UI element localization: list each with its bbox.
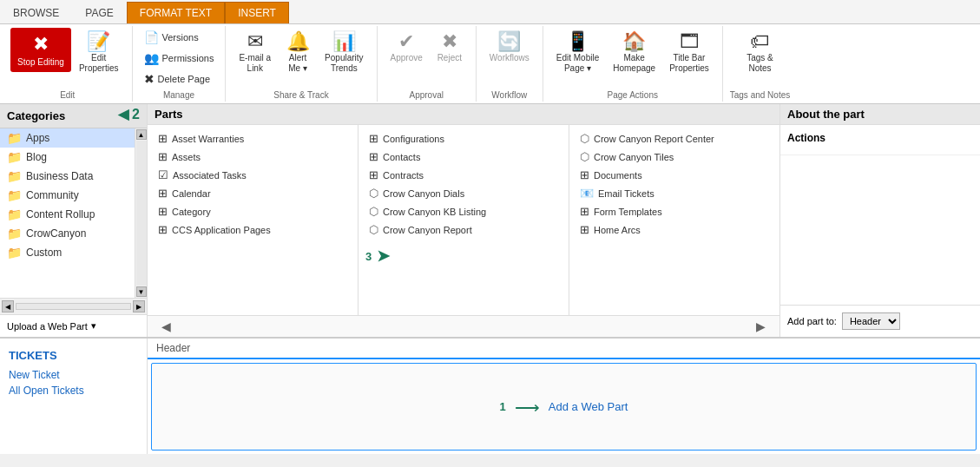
part-associated-tasks[interactable]: ☑ Associated Tasks (155, 167, 351, 183)
part-crow-canyon-dials[interactable]: ⬡ Crow Canyon Dials (365, 185, 562, 201)
add-part-to-select[interactable]: Header Main Footer Left Right (842, 312, 900, 330)
add-part-to-label: Add part to: (787, 316, 837, 326)
title-bar-properties-button[interactable]: 🗔 Title Bar Properties (663, 28, 715, 78)
title-bar-properties-icon: 🗔 (680, 32, 699, 51)
sidebar-item-blog[interactable]: 📁 Blog (0, 148, 135, 167)
business-data-folder-icon: 📁 (7, 169, 22, 183)
crow-canyon-dials-icon: ⬡ (369, 187, 378, 200)
workflows-button[interactable]: 🔄 Workflows (483, 28, 536, 68)
scroll-right-button[interactable]: ▶ (133, 300, 145, 312)
edit-mobile-page-button[interactable]: 📱 Edit Mobile Page ▾ (550, 28, 605, 78)
part-label: Contacts (383, 152, 420, 162)
email-link-label: E-mail a Link (239, 53, 271, 74)
tab-browse[interactable]: BROWSE (0, 2, 72, 23)
part-category[interactable]: ⊞ Category (155, 203, 351, 220)
form-templates-icon: ⊞ (580, 205, 589, 218)
part-documents[interactable]: ⊞ Documents (576, 167, 773, 183)
sidebar-item-crow-canyon[interactable]: 📁 CrowCanyon (0, 224, 135, 243)
email-link-icon: ✉ (247, 32, 263, 51)
part-label: Form Templates (594, 207, 662, 217)
tab-page[interactable]: PAGE (72, 2, 126, 23)
about-panel: About the part Actions Add part to: Head… (780, 104, 980, 337)
alert-me-label: Alert Me ▾ (288, 53, 307, 74)
part-crow-canyon-report[interactable]: ⬡ Crow Canyon Report (365, 221, 562, 238)
parts-column-2: ⊞ Configurations ⊞ Contacts ⊞ Contracts … (358, 125, 569, 315)
popularity-trends-button[interactable]: 📊 Popularity Trends (319, 28, 369, 78)
workflows-icon: 🔄 (497, 32, 521, 51)
parts-column-3: ⬡ Crow Canyon Report Center ⬡ Crow Canyo… (569, 125, 779, 315)
alert-me-button[interactable]: 🔔 Alert Me ▾ (279, 28, 317, 78)
part-contacts[interactable]: ⊞ Contacts (365, 148, 562, 165)
workflows-label: Workflows (490, 53, 529, 63)
make-homepage-icon: 🏠 (622, 32, 646, 51)
approve-button[interactable]: ✔ Approve (385, 28, 429, 68)
email-link-button[interactable]: ✉ E-mail a Link (233, 28, 277, 78)
make-homepage-button[interactable]: 🏠 Make Homepage (607, 28, 661, 78)
contacts-icon: ⊞ (369, 150, 378, 163)
part-label: Crow Canyon Report (383, 225, 472, 235)
tab-insert[interactable]: INSERT (225, 2, 289, 23)
crow-canyon-tiles-icon: ⬡ (580, 150, 589, 163)
upload-web-part-button[interactable]: Upload a Web Part ▾ (0, 314, 147, 337)
scroll-down-button[interactable]: ▼ (136, 286, 147, 297)
reject-label: Reject (437, 53, 462, 63)
part-calendar[interactable]: ⊞ Calendar (155, 185, 351, 201)
permissions-button[interactable]: 👥 Permissions (140, 49, 219, 68)
blog-folder-icon: 📁 (7, 150, 22, 164)
new-ticket-link[interactable]: New Ticket (9, 367, 138, 383)
versions-button[interactable]: 📄 Versions (140, 28, 219, 47)
part-label: Crow Canyon KB Listing (383, 207, 486, 217)
part-label: Documents (594, 170, 642, 181)
parts-nav-prev-button[interactable]: ◀ (155, 319, 178, 333)
part-configurations[interactable]: ⊞ Configurations (365, 130, 562, 147)
approval-group-label: Approval (409, 89, 443, 100)
annotation-1-area: 1 ⟶ Add a Web Part (500, 397, 628, 418)
edit-mobile-page-icon: 📱 (566, 32, 589, 51)
share-track-group-label: Share & Track (273, 89, 328, 100)
part-label: Contracts (383, 170, 424, 181)
part-label: Assets (172, 152, 201, 162)
part-crow-canyon-report-center[interactable]: ⬡ Crow Canyon Report Center (576, 130, 773, 147)
edit-properties-button[interactable]: 📝 Edit Properties (73, 28, 125, 78)
tags-notes-button[interactable]: 🏷 Tags & Notes (740, 28, 779, 78)
part-label: Home Arcs (594, 225, 641, 235)
stop-editing-label: Stop Editing (17, 57, 64, 67)
sidebar-item-content-rollup[interactable]: 📁 Content Rollup (0, 205, 135, 224)
part-crow-canyon-kb-listing[interactable]: ⬡ Crow Canyon KB Listing (365, 203, 562, 220)
stop-editing-button[interactable]: ✖ Stop Editing (10, 28, 71, 72)
part-label: Category (172, 207, 211, 217)
edit-properties-icon: 📝 (87, 32, 110, 51)
sidebar-item-business-data[interactable]: 📁 Business Data (0, 167, 135, 186)
title-bar-properties-label: Title Bar Properties (669, 53, 709, 74)
annotation-2: ◀ 2 (118, 106, 140, 122)
tags-notes-group-label: Tags and Notes (730, 89, 791, 100)
edit-properties-label: Edit Properties (79, 53, 119, 74)
part-ccs-application-pages[interactable]: ⊞ CCS Application Pages (155, 221, 351, 238)
part-contracts[interactable]: ⊞ Contracts (365, 167, 562, 183)
workflow-group-label: Workflow (491, 89, 527, 100)
part-asset-warranties[interactable]: ⊞ Asset Warranties (155, 130, 351, 147)
scroll-up-button[interactable]: ▲ (136, 129, 147, 140)
reject-button[interactable]: ✖ Reject (431, 28, 469, 68)
delete-page-button[interactable]: ✖ Delete Page (140, 69, 219, 89)
part-label: Associated Tasks (173, 170, 247, 181)
sidebar-item-apps[interactable]: 📁 Apps (0, 128, 135, 148)
upload-dropdown-icon: ▾ (91, 320, 96, 332)
parts-header: Parts (148, 104, 779, 125)
scroll-left-button[interactable]: ◀ (2, 300, 14, 312)
categories-header: Categories (7, 109, 65, 122)
part-assets[interactable]: ⊞ Assets (155, 148, 351, 165)
tab-format-text[interactable]: FORMAT TEXT (127, 2, 225, 23)
business-data-label: Business Data (26, 170, 93, 182)
parts-nav-next-button[interactable]: ▶ (749, 319, 773, 333)
make-homepage-label: Make Homepage (613, 53, 655, 74)
community-label: Community (26, 189, 79, 201)
sidebar-item-custom[interactable]: 📁 Custom (0, 243, 135, 262)
part-form-templates[interactable]: ⊞ Form Templates (576, 203, 773, 220)
part-home-arcs[interactable]: ⊞ Home Arcs (576, 221, 773, 238)
part-email-tickets[interactable]: 📧 Email Tickets (576, 185, 773, 201)
add-web-part-link[interactable]: Add a Web Part (549, 400, 628, 413)
sidebar-item-community[interactable]: 📁 Community (0, 186, 135, 205)
part-crow-canyon-tiles[interactable]: ⬡ Crow Canyon Tiles (576, 148, 773, 165)
all-open-tickets-link[interactable]: All Open Tickets (9, 383, 138, 398)
